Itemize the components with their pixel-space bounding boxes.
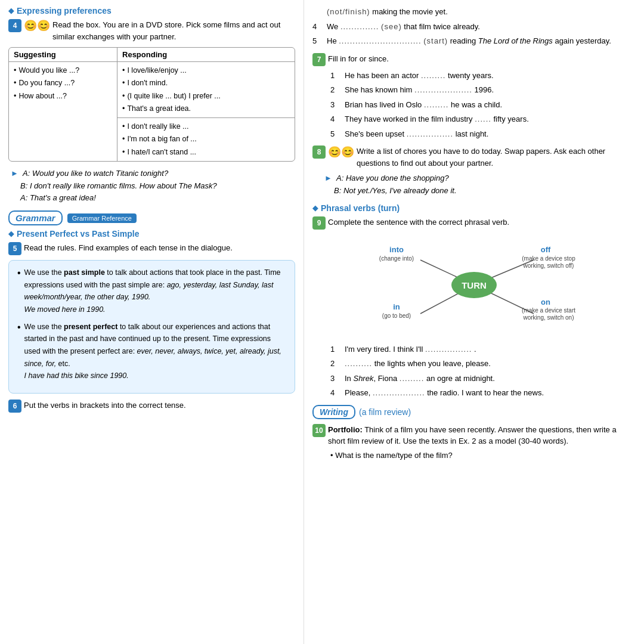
suggest-item-3: •How about ...? [14, 90, 112, 103]
s7-item-3: 3Brian has lived in Oslo ......... he wa… [330, 99, 636, 111]
section10-last: • What is the name/type of the film? [312, 451, 636, 460]
table-header: Suggesting Responding [9, 48, 295, 62]
activity-9-row: 9 Complete the sentence with the correct… [312, 216, 636, 230]
svg-text:(make a device start: (make a device start [522, 307, 575, 314]
badge-9: 9 [312, 216, 326, 230]
respond-bottom-items: •I don't really like ... •I'm not a big … [117, 118, 295, 161]
badge-7: 7 [312, 53, 326, 66]
activity-5-text: Read the rules. Find examples of each te… [24, 242, 295, 254]
writing-badge: Writing [312, 405, 355, 419]
suggest-item-2: •Do you fancy ...? [14, 77, 112, 89]
s7-item-1: 1He has been an actor ......... twenty y… [330, 70, 636, 82]
responding-items: •I love/like/enjoy ... •I don't mind. •(… [117, 62, 295, 161]
turn-diagram: TURN into (change into) off (make a devi… [312, 233, 636, 338]
dialogue-line-1: ► A: Would you like to watch Titanic ton… [11, 168, 295, 180]
activity-4-row: 4 😊😊 Read the box. You are in a DVD stor… [8, 19, 295, 42]
right-top-list: (not/finish) making the movie yet. 4 We … [312, 6, 636, 47]
grammar-label-row: Grammar Grammar Reference [8, 210, 295, 225]
dialogue-section: ► A: Would you like to watch Titanic ton… [8, 168, 295, 205]
badge-8: 8 [312, 145, 326, 159]
suggesting-responding-table: Suggesting Responding •Would you like ..… [8, 47, 295, 162]
diamond-icon-3: ◆ [312, 204, 318, 212]
activity-8-text: Write a list of chores you have to do to… [357, 145, 636, 169]
badge-5: 5 [8, 242, 21, 255]
col2-header: Responding [117, 48, 295, 61]
dialogue-line-3: A: That's a great idea! [11, 192, 295, 205]
svg-text:(go to bed): (go to bed) [382, 312, 411, 319]
right-top-item-4: 4 We .............. (see) that film twic… [312, 21, 636, 33]
respond-top-items: •I love/like/enjoy ... •I don't mind. •(… [117, 62, 295, 118]
suggesting-items: •Would you like ...? •Do you fancy ...? … [9, 62, 117, 161]
badge-6: 6 [8, 400, 21, 413]
right-top-items: (not/finish) making the movie yet. 4 We … [312, 6, 636, 47]
expressing-preferences-header: ◆ Expressing preferences [8, 6, 295, 16]
info-text-1: We use the past simple to talk about act… [24, 267, 286, 316]
col1-header: Suggesting [9, 48, 117, 61]
svg-text:off: off [541, 245, 551, 254]
activity-8-row: 8 😊😊 Write a list of chores you have to … [312, 145, 636, 169]
activity-7-row: 7 Fill in for or since. [312, 53, 636, 66]
writing-header-row: Writing (a film review) [312, 405, 636, 419]
activity-5-row: 5 Read the rules. Find examples of each … [8, 242, 295, 255]
grammar-section-title: ◆ Present Perfect vs Past Simple [8, 229, 295, 239]
suggest-item-1: •Would you like ...? [14, 64, 112, 77]
dialogue-line-2: B: I don't really like romantic films. H… [11, 180, 295, 193]
section8-dialogue: ► A: Have you done the shopping? B: Not … [312, 172, 636, 197]
activity-9-text: Complete the sentence with the correct p… [328, 216, 636, 228]
activity-6-text: Put the verbs in brackets into the corre… [24, 400, 295, 411]
diamond-icon-2: ◆ [8, 230, 14, 238]
svg-text:working, switch off): working, switch off) [523, 262, 574, 269]
writing-sub: (a film review) [359, 407, 411, 417]
info-text-2: We use the present perfect to talk about… [24, 321, 286, 382]
svg-text:on: on [541, 298, 550, 306]
grammar-ref-badge: Grammar Reference [67, 213, 137, 223]
right-top-item-0: (not/finish) making the movie yet. [312, 6, 636, 18]
turn-svg: TURN into (change into) off (make a devi… [361, 233, 587, 338]
activity-6-row: 6 Put the verbs in brackets into the cor… [8, 400, 295, 413]
diamond-icon: ◆ [8, 7, 14, 15]
activity-7-text: Fill in for or since. [328, 53, 636, 65]
activity-10-text: Portfolio: Think of a film you have seen… [328, 424, 636, 447]
s9-item-2: 2.......... the lights when you leave, p… [330, 358, 636, 370]
svg-text:TURN: TURN [462, 280, 487, 290]
right-top-item-5: 5 He .............................. (sta… [312, 35, 636, 47]
badge-10: 10 [312, 424, 326, 437]
s7-item-5: 5She's been upset ................. last… [330, 128, 636, 140]
s9-item-1: 1I'm very tired. I think I'll ..........… [330, 343, 636, 355]
svg-text:(change into): (change into) [379, 255, 414, 262]
s8-line-1: ► A: Have you done the shopping? [324, 172, 636, 185]
phrasal-verbs-header: ◆ Phrasal verbs (turn) [312, 203, 636, 213]
smiley-icon-2: 😊😊 [328, 145, 354, 159]
badge-4: 4 [8, 19, 21, 32]
page: ◆ Expressing preferences 4 😊😊 Read the b… [0, 0, 644, 644]
info-bullet-1: • We use the past simple to talk about a… [17, 267, 286, 316]
section9-list: 1I'm very tired. I think I'll ..........… [312, 343, 636, 399]
s9-item-3: 3In Shrek, Fiona ......... an ogre at mi… [330, 373, 636, 385]
svg-text:working, switch on): working, switch on) [522, 314, 574, 321]
s8-line-2: B: Not yet./Yes, I've already done it. [324, 185, 636, 197]
svg-text:(make a device stop: (make a device stop [522, 255, 575, 262]
activity-4-text: Read the box. You are in a DVD store. Pi… [52, 19, 295, 42]
svg-text:in: in [393, 302, 400, 311]
s9-item-4: 4Please, ................... the radio. … [330, 387, 636, 399]
grammar-info-box: • We use the past simple to talk about a… [8, 260, 295, 394]
left-column: ◆ Expressing preferences 4 😊😊 Read the b… [0, 0, 304, 644]
svg-text:into: into [389, 245, 404, 254]
s7-item-2: 2She has known him .....................… [330, 84, 636, 96]
activity-10-row: 10 Portfolio: Think of a film you have s… [312, 424, 636, 447]
section7-list: 1He has been an actor ......... twenty y… [312, 70, 636, 140]
grammar-badge: Grammar [8, 210, 63, 225]
table-body: •Would you like ...? •Do you fancy ...? … [9, 62, 295, 161]
smiley-icon-1: 😊😊 [24, 19, 50, 32]
right-column: (not/finish) making the movie yet. 4 We … [304, 0, 644, 644]
s7-item-4: 4They have worked in the film industry .… [330, 113, 636, 125]
info-bullet-2: • We use the present perfect to talk abo… [17, 321, 286, 382]
